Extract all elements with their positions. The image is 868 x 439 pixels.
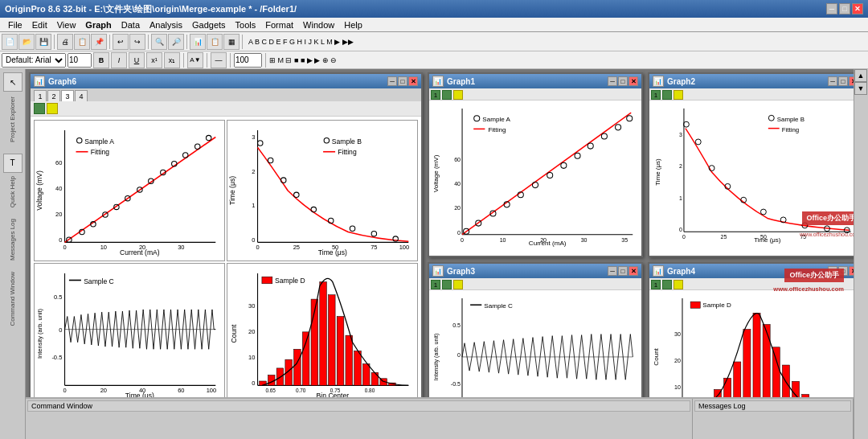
underline-btn[interactable]: U bbox=[129, 52, 145, 68]
tb-new[interactable]: 📄 bbox=[2, 34, 18, 50]
svg-text:35: 35 bbox=[621, 237, 628, 243]
svg-rect-95 bbox=[362, 364, 370, 386]
sep-t2 bbox=[183, 53, 184, 68]
tb-graph-new[interactable]: 📊 bbox=[190, 34, 206, 50]
menu-analysis[interactable]: Analysis bbox=[145, 18, 187, 31]
g1-lock[interactable] bbox=[442, 90, 452, 100]
menu-view[interactable]: View bbox=[52, 18, 81, 31]
maximize-btn[interactable]: □ bbox=[839, 3, 850, 14]
svg-text:60: 60 bbox=[178, 387, 184, 394]
graph3-min[interactable]: ─ bbox=[608, 266, 617, 276]
graph3-close[interactable]: ✕ bbox=[628, 266, 638, 276]
tb-copy[interactable]: 📋 bbox=[74, 34, 90, 50]
graph3-max[interactable]: □ bbox=[618, 266, 628, 276]
graph1-close[interactable]: ✕ bbox=[628, 76, 638, 86]
graph1-max[interactable]: □ bbox=[618, 76, 628, 86]
tb-zoom-in[interactable]: 🔍 bbox=[151, 34, 167, 50]
scroll-down[interactable]: ▼ bbox=[854, 82, 867, 95]
g3-lock[interactable] bbox=[442, 280, 452, 289]
lock-icon[interactable] bbox=[34, 103, 45, 114]
sep2 bbox=[109, 35, 110, 49]
svg-text:30: 30 bbox=[248, 302, 255, 310]
svg-text:25: 25 bbox=[721, 234, 727, 240]
tb-open[interactable]: 📂 bbox=[18, 34, 35, 50]
graph2-min[interactable]: ─ bbox=[828, 76, 837, 86]
superscript-btn[interactable]: x¹ bbox=[146, 52, 162, 68]
font-family-select[interactable]: Default: Arial bbox=[2, 53, 66, 68]
right-scrollbar[interactable]: ▲ ▼ bbox=[854, 69, 868, 439]
svg-text:0.80: 0.80 bbox=[365, 388, 375, 393]
tab-2[interactable]: 2 bbox=[47, 90, 60, 101]
g2-badge: 1 bbox=[651, 90, 661, 100]
menu-edit[interactable]: Edit bbox=[27, 18, 52, 31]
graph3-title: Graph3 bbox=[447, 267, 475, 276]
graph6-close[interactable]: ✕ bbox=[408, 76, 418, 86]
svg-rect-92 bbox=[337, 317, 344, 386]
tb-redo[interactable]: ↪ bbox=[129, 34, 145, 50]
menu-file[interactable]: File bbox=[3, 18, 27, 31]
chart-c-svg: Intensity (arb. unit) Time (μs) 0 0.5 -0… bbox=[35, 264, 224, 404]
sep-t3 bbox=[207, 53, 207, 68]
g4-lock[interactable] bbox=[662, 280, 672, 289]
tab-1[interactable]: 1 bbox=[34, 90, 47, 101]
svg-text:Sample A: Sample A bbox=[482, 116, 510, 123]
svg-point-49 bbox=[350, 226, 354, 231]
svg-text:Fitting: Fitting bbox=[91, 148, 110, 156]
svg-text:20: 20 bbox=[540, 237, 547, 243]
menu-graph[interactable]: Graph bbox=[80, 18, 116, 31]
graph4-icon: 📊 bbox=[653, 265, 664, 277]
svg-text:Sample A: Sample A bbox=[84, 137, 114, 146]
graph2-max[interactable]: □ bbox=[838, 76, 848, 86]
tb-print[interactable]: 🖨 bbox=[57, 34, 73, 50]
svg-rect-201 bbox=[690, 302, 700, 308]
graph2-close[interactable]: ✕ bbox=[849, 76, 854, 86]
g2-lock[interactable] bbox=[662, 90, 672, 100]
graph1-min[interactable]: ─ bbox=[608, 76, 617, 86]
subscript-btn[interactable]: x₁ bbox=[164, 52, 180, 68]
menu-help[interactable]: Help bbox=[339, 18, 367, 31]
sidebar-arrow[interactable]: ↖ bbox=[3, 72, 23, 92]
menu-format[interactable]: Format bbox=[260, 18, 298, 31]
sep3 bbox=[148, 35, 149, 49]
g2-warn bbox=[674, 90, 683, 100]
g1-badge: 1 bbox=[431, 90, 440, 100]
quick-help-label: Quick Help bbox=[9, 174, 16, 209]
zoom-input[interactable] bbox=[234, 53, 262, 68]
graph6-min[interactable]: ─ bbox=[387, 76, 397, 86]
close-btn[interactable]: ✕ bbox=[852, 3, 863, 14]
tb-undo[interactable]: ↩ bbox=[113, 34, 129, 50]
tb-matrix[interactable]: ▦ bbox=[223, 34, 240, 50]
svg-text:20: 20 bbox=[100, 387, 107, 394]
messages-log-label: Messages Log bbox=[9, 217, 16, 262]
font-size-input[interactable] bbox=[68, 53, 92, 68]
tb-paste[interactable]: 📌 bbox=[91, 34, 107, 50]
svg-point-124 bbox=[588, 143, 593, 149]
menu-gadgets[interactable]: Gadgets bbox=[187, 18, 231, 31]
svg-text:20: 20 bbox=[55, 211, 62, 218]
tb-worksheet[interactable]: 📋 bbox=[207, 34, 223, 50]
sep5 bbox=[242, 35, 243, 49]
line-style-btn[interactable]: — bbox=[211, 52, 227, 68]
left-sidebar: ↖ Project Explorer T Quick Help Messages… bbox=[0, 69, 26, 439]
menu-data[interactable]: Data bbox=[117, 18, 145, 31]
menu-window[interactable]: Window bbox=[298, 18, 339, 31]
menu-tools[interactable]: Tools bbox=[231, 18, 261, 31]
tab-4[interactable]: 4 bbox=[75, 90, 88, 101]
graph4-close[interactable]: ✕ bbox=[849, 266, 854, 276]
sidebar-tool1[interactable]: T bbox=[3, 154, 23, 173]
graph6-max[interactable]: □ bbox=[398, 76, 407, 86]
color-btn[interactable]: A▼ bbox=[187, 52, 203, 68]
minimize-btn[interactable]: ─ bbox=[826, 3, 837, 14]
svg-text:30: 30 bbox=[674, 331, 681, 337]
svg-text:Voltage (mV): Voltage (mV) bbox=[35, 170, 43, 211]
italic-btn[interactable]: I bbox=[111, 52, 127, 68]
scroll-up[interactable]: ▲ bbox=[854, 69, 867, 82]
command-window-label: Command Window bbox=[9, 270, 16, 328]
tab-3[interactable]: 3 bbox=[61, 90, 74, 101]
bold-btn[interactable]: B bbox=[93, 52, 109, 68]
graph4-title: Graph4 bbox=[667, 267, 695, 276]
tb-zoom-out[interactable]: 🔎 bbox=[168, 34, 184, 50]
tb-save[interactable]: 💾 bbox=[35, 34, 51, 50]
svg-text:-0.5: -0.5 bbox=[51, 354, 62, 361]
svg-text:Sample D: Sample D bbox=[702, 302, 731, 309]
